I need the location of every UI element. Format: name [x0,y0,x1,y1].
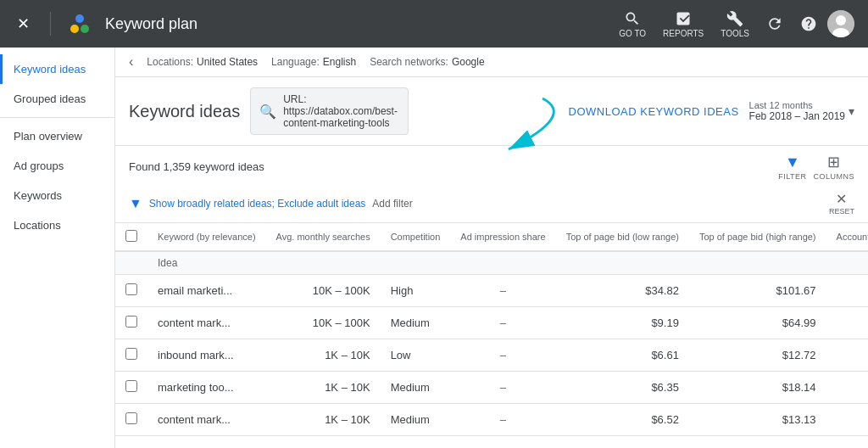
row-checkbox-cell[interactable] [115,339,147,372]
row-checkbox[interactable] [125,348,137,360]
top-bid-high-cell: $101.67 [689,275,826,307]
th-account-status: Account status [826,223,868,251]
help-icon [800,15,817,32]
competition-cell: High [381,275,451,307]
keyword-cell: email marketi... [147,275,266,307]
reset-button[interactable]: ✕ RESET [829,191,854,216]
keyword-cell: content mark... [147,307,266,339]
date-range-selector[interactable]: Last 12 months Feb 2018 – Jan 2019 ▾ [749,100,854,122]
row-checkbox[interactable] [125,412,137,424]
sidebar-divider [0,117,114,118]
filter-icon: ▼ [785,154,800,171]
svg-point-2 [75,14,84,23]
help-button[interactable] [793,8,824,39]
top-bid-low-cell: $9.19 [556,307,689,339]
ki-title: Keyword ideas [129,102,240,121]
columns-label: COLUMNS [813,172,854,181]
top-bid-high-cell: $12.72 [689,339,826,372]
reports-button[interactable]: REPORTS [656,7,710,42]
table-row: email marketi... 10K – 100K High – $34.8… [115,275,868,307]
ki-header: Keyword ideas 🔍 URL: https://databox.com… [115,77,868,146]
svg-point-1 [81,25,89,33]
main-content: ‹ Locations: United States Language: Eng… [115,48,868,448]
row-checkbox[interactable] [125,316,137,328]
network-item: Search networks: Google [370,56,484,68]
topbar: ✕ Keyword plan GO TO REPORTS TOOLS [0,0,868,48]
top-bid-low-cell: $6.35 [556,372,689,404]
main-layout: Keyword ideas Grouped ideas Plan overvie… [0,48,868,448]
top-bid-high-cell: $18.14 [689,372,826,404]
columns-button[interactable]: ⊞ COLUMNS [813,153,854,181]
sidebar-item-grouped-ideas[interactable]: Grouped ideas [0,84,114,114]
account-status-cell [826,307,868,339]
filter-label: FILTER [778,172,806,181]
row-checkbox-cell[interactable] [115,404,147,436]
account-status-cell [826,275,868,307]
reset-label: RESET [829,207,854,216]
th-select-all[interactable] [115,223,147,251]
table-header: Keyword (by relevance) Avg. monthly sear… [115,223,868,251]
location-item: Locations: United States [147,56,258,68]
filter-tags[interactable]: Show broadly related ideas; Exclude adul… [149,198,366,210]
sidebar-item-locations[interactable]: Locations [0,210,114,240]
reports-icon [675,10,692,27]
th-ad-impression: Ad impression share [450,223,555,251]
columns-icon: ⊞ [827,153,840,171]
account-status-cell [826,339,868,372]
filter-button[interactable]: ▼ FILTER [778,154,806,181]
goto-button[interactable]: GO TO [612,7,653,42]
sidebar-item-keywords[interactable]: Keywords [0,181,114,210]
idea-label: Idea [147,251,868,275]
table-row: inbound mark... 1K – 10K Low – $6.61 $12… [115,339,868,372]
sidebar-item-keyword-ideas[interactable]: Keyword ideas [0,54,114,84]
top-bid-low-cell: $34.82 [556,275,689,307]
close-button[interactable]: ✕ [14,11,33,36]
sidebar-item-ad-groups[interactable]: Ad groups [0,151,114,181]
svg-point-4 [836,15,846,25]
refresh-icon [766,15,783,32]
ad-impression-cell: – [450,307,555,339]
avatar[interactable] [827,10,854,37]
top-bid-high-cell: $64.99 [689,307,826,339]
subheader-bar: ‹ Locations: United States Language: Eng… [115,48,868,77]
keyword-table-container: Keyword (by relevance) Avg. monthly sear… [115,223,868,448]
add-filter-button[interactable]: Add filter [372,198,412,210]
row-checkbox-cell[interactable] [115,307,147,339]
avatar-image [827,10,854,37]
row-checkbox-cell[interactable] [115,275,147,307]
ad-impression-cell: – [450,404,555,436]
table-row: content mark... 10K – 100K Medium – $9.1… [115,307,868,339]
competition-cell: Medium [381,307,451,339]
account-status-cell [826,372,868,404]
table-actions: ▼ FILTER ⊞ COLUMNS [778,153,854,181]
th-top-bid-high: Top of page bid (high range) [689,223,826,251]
sidebar-item-plan-overview[interactable]: Plan overview [0,121,114,151]
tools-button[interactable]: TOOLS [714,7,756,42]
date-label: Last 12 months [749,100,845,110]
refresh-button[interactable] [760,8,790,39]
subheader-collapse-button[interactable]: ‹ [129,54,133,70]
row-checkbox[interactable] [125,380,137,392]
svg-point-0 [70,25,79,33]
top-bid-low-cell: $6.52 [556,404,689,436]
table-row: marketing too... 1K – 10K Medium – $6.35… [115,372,868,404]
select-all-checkbox[interactable] [125,230,137,242]
table-body: Idea email marketi... 10K – 100K High – … [115,251,868,436]
row-checkbox-cell[interactable] [115,372,147,404]
reports-label: REPORTS [663,29,704,38]
topbar-divider [50,12,51,36]
download-keyword-ideas-button[interactable]: DOWNLOAD KEYWORD IDEAS [569,105,739,118]
th-keyword: Keyword (by relevance) [147,223,266,251]
avg-monthly-cell: 1K – 10K [266,372,381,404]
ad-impression-cell: – [450,372,555,404]
search-box[interactable]: 🔍 URL: https://databox.com/best-content-… [250,87,409,135]
idea-section-row: Idea [115,251,868,275]
row-checkbox[interactable] [125,283,137,295]
found-bar: Found 1,359 keyword ideas ▼ FILTER ⊞ COL… [115,146,868,188]
avg-monthly-cell: 10K – 100K [266,275,381,307]
date-value: Feb 2018 – Jan 2019 [749,110,845,122]
goto-label: GO TO [619,29,646,38]
keyword-cell: marketing too... [147,372,266,404]
top-bid-high-cell: $13.13 [689,404,826,436]
topbar-icons: GO TO REPORTS TOOLS [612,7,854,42]
